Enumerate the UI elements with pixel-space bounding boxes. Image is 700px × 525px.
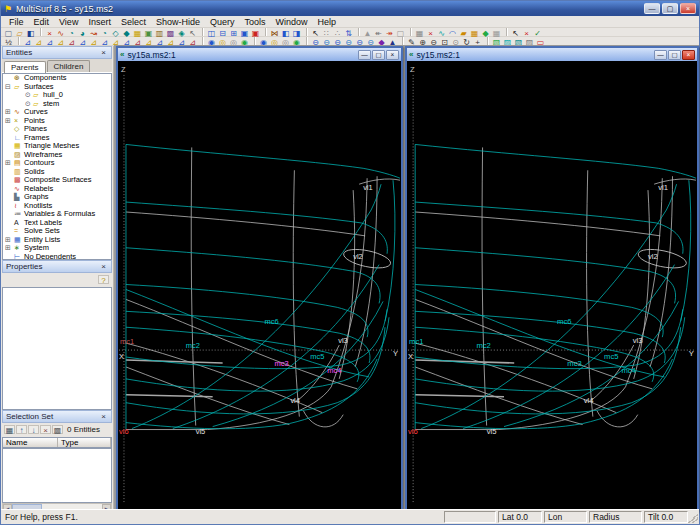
entity-label-mc6[interactable]: mc6 <box>264 317 278 326</box>
viewport-2-canvas[interactable]: ZXYvl1vl2vl3vl4vl5vl6mc1mc2mc3mc4mc5mc6 <box>407 61 697 510</box>
grid-visibility-icon[interactable]: ▦ <box>414 28 425 37</box>
entity-label-vl2[interactable]: vl2 <box>353 252 363 261</box>
entity-label-mc2[interactable]: mc2 <box>186 341 200 350</box>
hull-wireframe[interactable]: ZXYvl1vl2vl3vl4vl5vl6mc1mc2mc3mc4mc5mc6 <box>407 61 697 510</box>
clear-set-icon[interactable]: ▩ <box>52 425 63 434</box>
expand-icon[interactable]: ⊞ <box>5 108 13 117</box>
expand-icon[interactable]: ⊞ <box>5 117 13 126</box>
tab-children[interactable]: Children <box>47 60 91 72</box>
copy-entities-icon[interactable]: ◨ <box>291 28 302 37</box>
surface-tool-icon[interactable]: ◆ <box>121 28 132 37</box>
select-grid-icon[interactable]: ∴ <box>332 28 343 37</box>
open-folder-icon[interactable]: ▱ <box>14 28 25 37</box>
properties-pane-header[interactable]: Properties × <box>2 260 112 273</box>
ring-tool-icon[interactable]: ◔ <box>99 28 110 37</box>
entity-label-vl1[interactable]: vl1 <box>363 183 373 192</box>
pick-confirm-icon[interactable]: ✓ <box>532 28 543 37</box>
cascade-windows-icon[interactable]: ◫ <box>206 28 217 37</box>
entities-tree[interactable]: ⊛Components⊟▱Surfaces⊙▱hull_0⊙▱stem⊞∿Cur… <box>2 73 112 260</box>
viewport-2-close-button[interactable]: × <box>682 50 695 60</box>
entity-label-vl6[interactable]: vl6 <box>119 427 129 436</box>
entity-label-vl3[interactable]: vl3 <box>633 336 643 345</box>
move-down-icon[interactable]: ↓ <box>28 425 39 434</box>
restore-button[interactable]: ▢ <box>662 3 678 14</box>
tree-item-wireframes[interactable]: ▨Wireframes <box>3 151 111 160</box>
entity-label-mc4[interactable]: mc4 <box>621 366 635 375</box>
visibility-radio-icon[interactable]: ⊙ <box>25 91 31 100</box>
entity-label-y[interactable]: Y <box>689 349 694 358</box>
menu-show-hide[interactable]: Show-Hide <box>151 16 205 28</box>
viewport-2-restore-button[interactable]: ▢ <box>668 50 681 60</box>
select-arrow-icon[interactable]: ↖ <box>310 28 321 37</box>
entity-label-mc1[interactable]: mc1 <box>409 337 423 346</box>
expand-icon[interactable]: ⊞ <box>5 244 13 253</box>
tree-item-stem[interactable]: ⊙▱stem <box>3 100 111 109</box>
tree-item-points[interactable]: ⊞×Points <box>3 117 111 126</box>
delete-icon[interactable]: × <box>425 28 436 37</box>
contour-visibility-icon[interactable]: ◠ <box>447 28 458 37</box>
menu-help[interactable]: Help <box>313 16 342 28</box>
tree-item-entity-lists[interactable]: ⊞▦Entity Lists <box>3 236 111 245</box>
viewport-1-minimize-button[interactable]: — <box>358 50 371 60</box>
view-3-icon[interactable]: ⊿ <box>44 37 55 46</box>
entity-label-z[interactable]: Z <box>410 65 415 74</box>
select-add-icon[interactable]: ∷ <box>321 28 332 37</box>
grid2-visibility-icon[interactable]: ▦ <box>491 28 502 37</box>
entity-label-mc3[interactable]: mc3 <box>567 359 581 368</box>
close-button[interactable]: × <box>680 3 696 14</box>
entity-label-mc5[interactable]: mc5 <box>310 352 324 361</box>
tree-item-graphs[interactable]: ▙Graphs <box>3 193 111 202</box>
new-file-icon[interactable]: ▢ <box>3 28 14 37</box>
select-swap-icon[interactable]: ⇅ <box>343 28 354 37</box>
magnet-tool-icon[interactable]: ◕ <box>77 28 88 37</box>
hull-wireframe[interactable]: ZXYvl1vl2vl3vl4vl5vl6mc1mc2mc3mc4mc5mc6 <box>118 61 401 510</box>
pick-delete-icon[interactable]: × <box>521 28 532 37</box>
properties-content[interactable] <box>2 287 112 410</box>
selection-set-list[interactable] <box>2 448 112 503</box>
diamond-visibility-icon[interactable]: ◆ <box>480 28 491 37</box>
entity-label-vl3[interactable]: vl3 <box>338 336 348 345</box>
expand-icon[interactable]: ⊞ <box>5 159 13 168</box>
resize-grip[interactable] <box>688 513 698 523</box>
menu-file[interactable]: File <box>4 16 29 28</box>
next-icon[interactable]: ↠ <box>384 28 395 37</box>
move-up-icon[interactable]: ↑ <box>16 425 27 434</box>
tree-item-label[interactable]: No Dependents <box>24 253 76 261</box>
viewport-1-close-button[interactable]: × <box>386 50 399 60</box>
selection-set-close-icon[interactable]: × <box>99 412 108 421</box>
entity-label-vl4[interactable]: vl4 <box>584 396 594 405</box>
view-7-icon[interactable]: ⊿ <box>88 37 99 46</box>
remove-entity-icon[interactable]: × <box>40 425 51 434</box>
menu-window[interactable]: Window <box>270 16 312 28</box>
entity-label-x[interactable]: X <box>119 352 124 361</box>
title-bar[interactable]: ⚑ MultiSurf 8.5 - sy15.ms2 — ▢ × <box>1 1 699 16</box>
snake-tool-icon[interactable]: ◇ <box>110 28 121 37</box>
menu-query[interactable]: Query <box>205 16 240 28</box>
clipboard-icon[interactable]: ◧ <box>280 28 291 37</box>
select-list-icon[interactable]: ▦ <box>4 425 15 434</box>
viewport-window-2[interactable]: « sy15.ms2:1 — ▢ × ZXYvl1vl2vl3vl4vl5vl6… <box>405 46 699 512</box>
prev-icon[interactable]: ↞ <box>373 28 384 37</box>
bead-tool-icon[interactable]: ◔ <box>66 28 77 37</box>
entity-label-vl2[interactable]: vl2 <box>648 252 658 261</box>
entity-label-mc3[interactable]: mc3 <box>274 359 288 368</box>
link-icon[interactable]: ⋈ <box>269 28 280 37</box>
menu-insert[interactable]: Insert <box>83 16 116 28</box>
curve-visibility-icon[interactable]: ∿ <box>436 28 447 37</box>
view-2-icon[interactable]: ⊿ <box>33 37 44 46</box>
entity-label-vl6[interactable]: vl6 <box>408 427 418 436</box>
fraction-view-icon[interactable]: ½ <box>3 37 14 46</box>
save-icon[interactable]: ◧ <box>25 28 36 37</box>
selection-set-pane-header[interactable]: Selection Set × <box>2 410 112 423</box>
help-icon[interactable]: ? <box>98 275 109 284</box>
relabel-tool-icon[interactable]: ↖ <box>187 28 198 37</box>
tab-parents[interactable]: Parents <box>4 61 46 73</box>
viewport-1-canvas[interactable]: ZXYvl1vl2vl3vl4vl5vl6mc1mc2mc3mc4mc5mc6 <box>118 61 401 510</box>
properties-close-icon[interactable]: × <box>99 262 108 271</box>
view-5-icon[interactable]: ⊿ <box>66 37 77 46</box>
curve-tool-icon[interactable]: ∿ <box>55 28 66 37</box>
tree-item-contours[interactable]: ⊞▤Contours <box>3 159 111 168</box>
view-6-icon[interactable]: ⊿ <box>77 37 88 46</box>
viewport-1-title-bar[interactable]: « sy15a.ms2:1 — ▢ × <box>118 48 401 61</box>
entities-pane-header[interactable]: Entities × <box>2 46 112 59</box>
